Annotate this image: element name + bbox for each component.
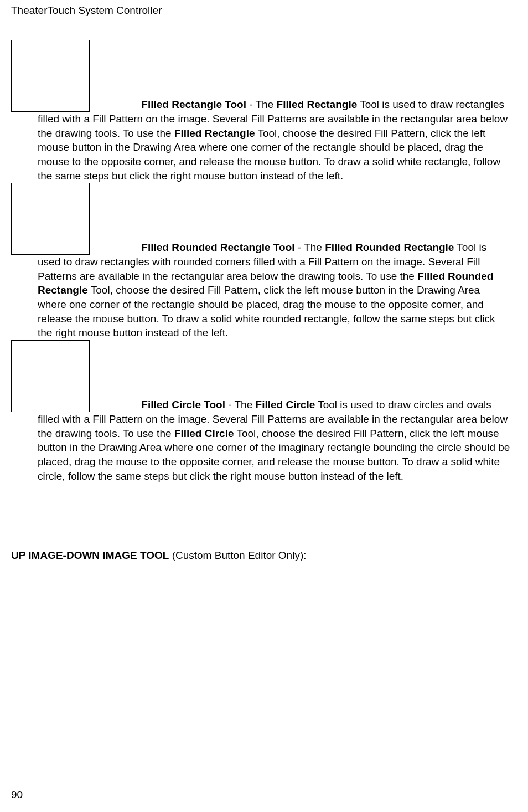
filled-rectangle-icon: [11, 40, 90, 112]
icon-wrap: [11, 340, 141, 412]
filled-rounded-rectangle-icon: [11, 183, 90, 255]
sub-heading: UP IMAGE-DOWN IMAGE TOOL (Custom Button …: [11, 549, 517, 562]
tool-section: Filled Rectangle Tool - The Filled Recta…: [11, 40, 517, 183]
bold-term: Filled Rectangle: [277, 99, 358, 110]
bold-term: Filled Circle: [174, 428, 234, 439]
page-content: Filled Rectangle Tool - The Filled Recta…: [11, 20, 517, 562]
tool-name: Filled Rounded Rectangle Tool: [141, 242, 294, 254]
text: -: [225, 399, 235, 410]
filled-circle-icon: [11, 340, 90, 412]
bold-term: Filled Circle: [256, 399, 315, 410]
tool-paragraph: Filled Rectangle Tool - The Filled Recta…: [38, 40, 511, 183]
bold-term: Filled Rectangle: [174, 127, 255, 139]
page-number: 90: [11, 789, 23, 801]
text: The: [256, 99, 277, 110]
icon-wrap: [11, 40, 141, 112]
text: The: [304, 242, 325, 254]
tool-name: Filled Circle Tool: [141, 399, 225, 410]
text: -: [295, 242, 304, 254]
icon-wrap: [11, 183, 141, 255]
tool-paragraph: Filled Rounded Rectangle Tool - The Fill…: [38, 183, 511, 340]
sub-heading-bold: UP IMAGE-DOWN IMAGE TOOL: [11, 549, 169, 561]
text: The: [235, 399, 256, 410]
tool-section: Filled Rounded Rectangle Tool - The Fill…: [11, 183, 517, 340]
tool-name: Filled Rectangle Tool: [141, 99, 246, 110]
bold-term: Filled Rounded Rectangle: [325, 242, 454, 254]
header-title: TheaterTouch System Controller: [11, 4, 162, 16]
tool-section: Filled Circle Tool - The Filled Circle T…: [11, 340, 517, 483]
tool-paragraph: Filled Circle Tool - The Filled Circle T…: [38, 340, 511, 483]
sub-heading-rest: (Custom Button Editor Only):: [169, 549, 306, 561]
text: -: [246, 99, 256, 110]
text: Tool, choose the desired Fill Pattern, c…: [38, 284, 495, 338]
page-header: TheaterTouch System Controller: [11, 0, 517, 20]
